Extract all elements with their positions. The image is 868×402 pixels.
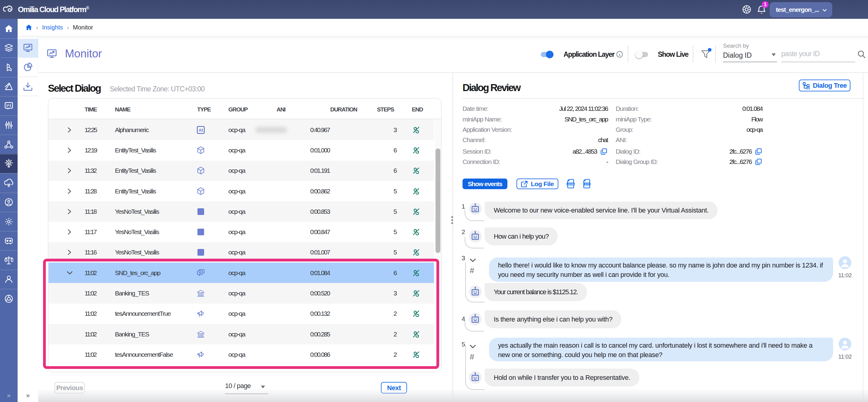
svg-text:JSON: JSON [567, 183, 574, 185]
svg-text:A1: A1 [199, 128, 203, 133]
svg-text:RTF: RTF [585, 183, 589, 185]
